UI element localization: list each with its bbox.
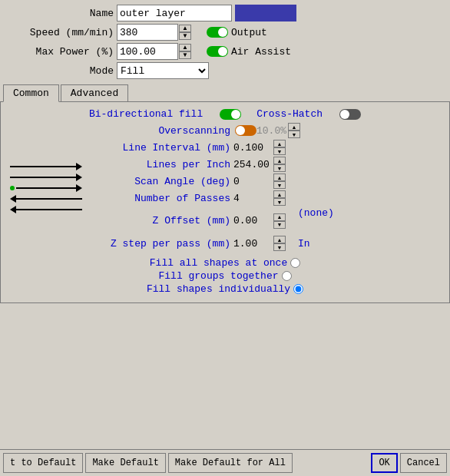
z-offset-label: Z Offset (mm)	[88, 215, 230, 226]
overscanning-spin-down[interactable]: ▼	[288, 131, 300, 138]
z-step-row: Z step per pass (mm) 1.00 ▲ ▼ In	[88, 236, 446, 251]
arrow-right-1	[76, 163, 82, 170]
air-assist-control: Air Assist	[207, 46, 291, 58]
in-label: In	[298, 238, 310, 250]
name-input[interactable]	[117, 5, 232, 21]
tabs-bar: Common Advanced	[0, 84, 450, 102]
main-container: Name Speed (mm/min) ▲ ▼ Output Max Power…	[0, 0, 450, 476]
num-passes-spin-down[interactable]: ▼	[273, 198, 286, 206]
scan-angle-value: 0	[233, 176, 272, 187]
arrow-row-2	[10, 174, 82, 181]
scan-angle-spinner[interactable]: ▲ ▼	[273, 174, 286, 189]
line-interval-spinner[interactable]: ▲ ▼	[273, 140, 286, 155]
tab-advanced[interactable]: Advanced	[61, 84, 128, 101]
fill-all-row: Fill all shapes at once	[150, 257, 300, 269]
num-passes-row: Number of Passes 4 ▲ ▼	[88, 190, 446, 206]
power-input[interactable]	[117, 43, 178, 60]
scan-angle-row: Scan Angle (deg) 0 ▲ ▼	[88, 174, 446, 189]
fill-groups-radio[interactable]	[282, 271, 292, 281]
arrow-row-3	[10, 184, 82, 192]
arrow-right-2	[76, 174, 82, 181]
lines-per-inch-spin-down[interactable]: ▼	[273, 164, 286, 172]
overscanning-value: 10.0%	[256, 125, 286, 137]
z-offset-value: 0.00	[233, 215, 272, 226]
arrow-line-2	[10, 177, 76, 178]
reset-default-button[interactable]: t to Default	[3, 453, 83, 473]
arrow-dot	[10, 186, 15, 190]
air-assist-toggle[interactable]	[207, 46, 228, 57]
z-offset-spin-down[interactable]: ▼	[273, 221, 286, 229]
fill-all-radio[interactable]	[290, 258, 300, 268]
ok-button[interactable]: OK	[371, 453, 397, 473]
line-interval-spin-up[interactable]: ▲	[273, 140, 286, 147]
overscanning-label: Overscanning	[88, 125, 230, 137]
z-offset-row: Z Offset (mm) 0.00 ▲ ▼ (none)	[88, 207, 446, 234]
z-step-spin-up[interactable]: ▲	[273, 236, 286, 243]
mode-select[interactable]: Fill Line Offset Fill	[117, 62, 209, 79]
mode-row: Mode Fill Line Offset Fill	[6, 62, 444, 79]
z-step-spinner[interactable]: ▲ ▼	[273, 236, 286, 251]
bidi-toggle[interactable]	[220, 109, 241, 120]
overscanning-spin-up[interactable]: ▲	[288, 123, 300, 131]
lines-per-inch-row: Lines per Inch 254.00 ▲ ▼	[88, 157, 446, 172]
num-passes-spin-up[interactable]: ▲	[273, 190, 286, 198]
z-offset-spin-up[interactable]: ▲	[273, 213, 286, 221]
lines-per-inch-label: Lines per Inch	[88, 159, 230, 170]
power-spin-up[interactable]: ▲	[179, 44, 191, 51]
output-label: Output	[231, 27, 267, 38]
mode-label: Mode	[6, 65, 114, 77]
z-step-value: 1.00	[233, 238, 272, 250]
output-toggle[interactable]	[207, 27, 228, 38]
overscanning-spinner[interactable]: ▲ ▼	[288, 123, 300, 138]
power-spin-down[interactable]: ▼	[179, 51, 191, 59]
z-step-spin-down[interactable]: ▼	[273, 243, 286, 251]
speed-spinner[interactable]: ▲ ▼	[179, 25, 191, 40]
arrow-line-5	[16, 209, 82, 210]
num-passes-spinner[interactable]: ▲ ▼	[273, 190, 286, 206]
arrow-row-1	[10, 163, 82, 170]
tab-common[interactable]: Common	[3, 84, 59, 102]
output-control: Output	[207, 27, 267, 38]
fill-individually-row: Fill shapes individually	[147, 283, 303, 295]
crosshatch-toggle[interactable]	[339, 109, 361, 120]
lines-per-inch-value: 254.00	[233, 159, 272, 170]
make-default-all-button[interactable]: Make Default for All	[168, 453, 293, 473]
arrow-row-4	[10, 195, 82, 203]
power-spinner[interactable]: ▲ ▼	[179, 44, 191, 59]
overscanning-row: Overscanning 10.0% ▲ ▼	[88, 123, 446, 138]
lines-per-inch-spinner[interactable]: ▲ ▼	[273, 157, 286, 172]
line-interval-row: Line Interval (mm) 0.100 ▲ ▼	[88, 140, 446, 155]
crosshatch-label: Cross-Hatch	[256, 108, 323, 120]
arrows-area	[4, 123, 88, 253]
line-interval-label: Line Interval (mm)	[88, 142, 230, 154]
cancel-button[interactable]: Cancel	[400, 453, 447, 473]
settings-area: Overscanning 10.0% ▲ ▼ Line Interval (mm…	[4, 123, 446, 253]
z-offset-spinner[interactable]: ▲ ▼	[273, 213, 286, 229]
scan-angle-spin-up[interactable]: ▲	[273, 174, 286, 181]
name-row: Name	[6, 5, 444, 21]
speed-label: Speed (mm/min)	[6, 27, 114, 38]
fill-groups-row: Fill groups together	[158, 270, 291, 282]
num-passes-value: 4	[233, 193, 272, 204]
line-interval-spin-down[interactable]: ▼	[273, 147, 286, 155]
num-passes-label: Number of Passes	[88, 193, 230, 204]
power-row: Max Power (%) ▲ ▼ Air Assist	[6, 43, 444, 60]
arrow-line	[10, 166, 76, 167]
make-default-button[interactable]: Make Default	[85, 453, 165, 473]
lines-per-inch-spin-up[interactable]: ▲	[273, 157, 286, 164]
name-color-block[interactable]	[235, 5, 296, 21]
fill-groups-label: Fill groups together	[158, 270, 278, 282]
arrow-left-4	[10, 195, 16, 203]
bidi-row: Bi-directional fill Cross-Hatch	[4, 108, 446, 120]
fill-individually-radio[interactable]	[293, 284, 303, 294]
air-assist-label: Air Assist	[231, 46, 291, 58]
scan-angle-spin-down[interactable]: ▼	[273, 181, 286, 189]
speed-spin-up[interactable]: ▲	[179, 25, 191, 32]
arrow-line-4	[16, 198, 82, 200]
overscanning-toggle[interactable]	[235, 125, 256, 136]
arrow-right-3	[76, 184, 82, 192]
speed-input[interactable]	[117, 24, 178, 41]
speed-spin-down[interactable]: ▼	[179, 32, 191, 40]
fill-all-label: Fill all shapes at once	[150, 257, 287, 269]
none-label: (none)	[298, 207, 334, 219]
